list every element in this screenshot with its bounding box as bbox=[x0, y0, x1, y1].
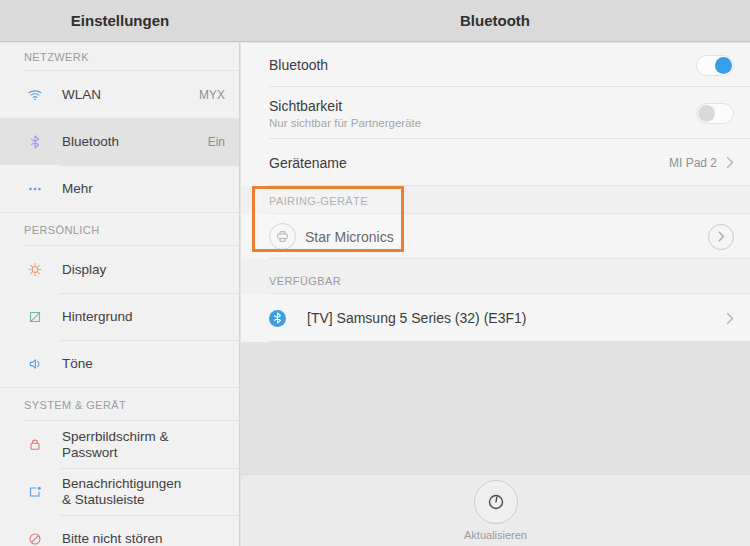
wifi-icon bbox=[28, 88, 42, 102]
sidebar-item-display[interactable]: Display bbox=[0, 246, 239, 293]
sidebar-item-label: Sperrbildschirm & Passwort bbox=[62, 429, 225, 461]
available-device-row[interactable]: [TV] Samsung 5 Series (32) (E3F1) bbox=[241, 294, 750, 342]
sidebar-item-more[interactable]: Mehr bbox=[0, 165, 239, 212]
sidebar-item-label: Bitte nicht stören bbox=[62, 531, 163, 546]
chevron-right-icon bbox=[726, 312, 734, 325]
sidebar-item-label: Bluetooth bbox=[62, 134, 119, 150]
section-header-available: VERFÜGBAR bbox=[241, 259, 750, 294]
header-bar: Einstellungen Bluetooth bbox=[0, 0, 750, 42]
sidebar-item-label: Töne bbox=[62, 356, 93, 372]
sidebar-item-sounds[interactable]: Töne bbox=[0, 340, 239, 387]
sidebar-item-label: Mehr bbox=[62, 181, 93, 197]
section-header-paired: PAIRING-GERÄTE bbox=[241, 186, 750, 214]
row-label: Sichtbarkeit bbox=[269, 98, 421, 114]
row-label: Bluetooth bbox=[269, 57, 328, 73]
empty-area bbox=[241, 342, 750, 474]
sidebar-item-label: Benachrichtigungen & Statusleiste bbox=[62, 476, 225, 508]
bluetooth-device-icon bbox=[269, 310, 286, 327]
paired-device-name: Star Micronics bbox=[305, 229, 394, 245]
do-not-disturb-icon bbox=[28, 532, 42, 546]
bluetooth-icon bbox=[28, 135, 42, 149]
toggle-knob bbox=[715, 57, 732, 74]
page-title: Bluetooth bbox=[240, 0, 750, 41]
visibility-toggle-row[interactable]: Sichtbarkeit Nur sichtbar für Partnerger… bbox=[241, 87, 750, 139]
sidebar-item-lockscreen[interactable]: Sperrbildschirm & Passwort bbox=[0, 421, 239, 468]
toggle-knob bbox=[698, 105, 715, 122]
sidebar-item-label: Hintergrund bbox=[62, 309, 133, 325]
sidebar-item-label: Display bbox=[62, 262, 106, 278]
bluetooth-settings-panel: Bluetooth Sichtbarkeit Nur sichtbar für … bbox=[241, 43, 750, 546]
chevron-right-icon bbox=[726, 156, 734, 169]
row-sublabel: Nur sichtbar für Partnergeräte bbox=[269, 117, 421, 129]
more-icon bbox=[28, 182, 42, 196]
notifications-icon bbox=[28, 485, 42, 499]
sidebar-title: Einstellungen bbox=[0, 0, 240, 41]
section-header-system: SYSTEM & GERÄT bbox=[0, 387, 239, 421]
section-header-network: NETZWERK bbox=[0, 43, 239, 71]
available-device-name: [TV] Samsung 5 Series (32) (E3F1) bbox=[307, 310, 526, 326]
sidebar-item-value: Ein bbox=[208, 135, 225, 149]
device-name-value: MI Pad 2 bbox=[669, 156, 717, 170]
sidebar-item-do-not-disturb[interactable]: Bitte nicht stören bbox=[0, 515, 239, 546]
row-label: Gerätename bbox=[269, 155, 347, 171]
bluetooth-toggle-row[interactable]: Bluetooth bbox=[241, 43, 750, 87]
chevron-circle-icon bbox=[708, 224, 734, 250]
wallpaper-icon bbox=[28, 310, 42, 324]
display-icon bbox=[28, 263, 42, 277]
footer-bar: Aktualisieren bbox=[241, 474, 750, 546]
sidebar-item-label: WLAN bbox=[62, 87, 101, 103]
device-name-row[interactable]: Gerätename MI Pad 2 bbox=[241, 139, 750, 186]
refresh-button[interactable] bbox=[474, 480, 518, 524]
lock-icon bbox=[28, 438, 42, 452]
sound-icon bbox=[28, 357, 42, 371]
settings-sidebar: NETZWERK WLAN MYX Bluetooth Ein M bbox=[0, 43, 240, 546]
printer-icon bbox=[269, 223, 296, 250]
sidebar-item-bluetooth[interactable]: Bluetooth Ein bbox=[0, 118, 239, 165]
sidebar-item-wallpaper[interactable]: Hintergrund bbox=[0, 293, 239, 340]
bluetooth-toggle[interactable] bbox=[696, 55, 734, 76]
visibility-toggle[interactable] bbox=[696, 103, 734, 124]
sidebar-item-notifications[interactable]: Benachrichtigungen & Statusleiste bbox=[0, 468, 239, 515]
sidebar-item-wlan[interactable]: WLAN MYX bbox=[0, 71, 239, 118]
refresh-label: Aktualisieren bbox=[464, 529, 527, 541]
section-header-personal: PERSÖNLICH bbox=[0, 212, 239, 246]
sidebar-item-value: MYX bbox=[199, 88, 225, 102]
paired-device-row[interactable]: Star Micronics bbox=[241, 214, 750, 259]
